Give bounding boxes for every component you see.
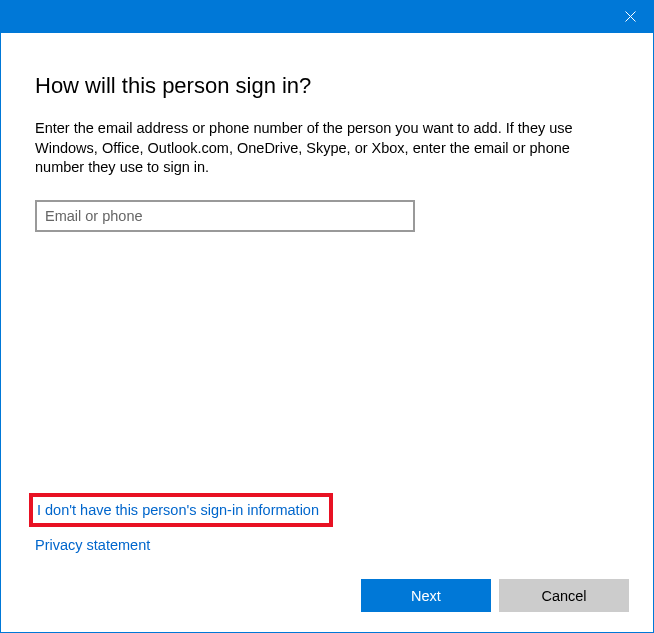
cancel-button[interactable]: Cancel (499, 579, 629, 612)
dialog-heading: How will this person sign in? (35, 73, 619, 99)
next-button[interactable]: Next (361, 579, 491, 612)
email-phone-input[interactable] (35, 200, 415, 232)
close-button[interactable] (607, 1, 653, 33)
dialog-description: Enter the email address or phone number … (35, 119, 595, 178)
titlebar (1, 1, 653, 33)
dialog-content: How will this person sign in? Enter the … (1, 33, 653, 632)
button-row: Next Cancel (361, 579, 629, 612)
no-signin-info-link[interactable]: I don't have this person's sign-in infor… (37, 502, 319, 518)
dialog-window: How will this person sign in? Enter the … (0, 0, 654, 633)
privacy-statement-link[interactable]: Privacy statement (35, 537, 150, 553)
highlight-annotation: I don't have this person's sign-in infor… (29, 493, 333, 527)
links-area: I don't have this person's sign-in infor… (35, 493, 333, 554)
close-icon (625, 8, 636, 26)
